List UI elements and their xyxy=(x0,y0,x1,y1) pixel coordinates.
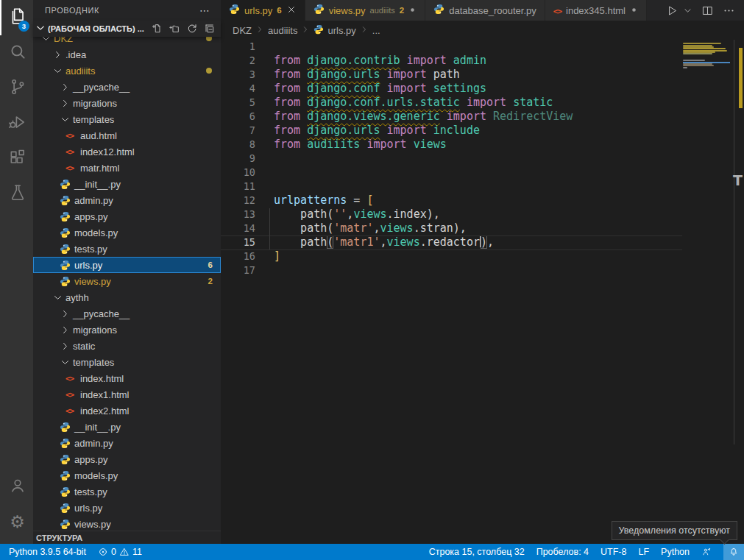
notifications-bell-item[interactable] xyxy=(723,544,744,560)
run-dropdown-icon[interactable] xyxy=(687,6,692,15)
activitybar-testing[interactable] xyxy=(0,177,33,212)
tree-item-migrations[interactable]: migrations xyxy=(33,95,221,111)
code-line-4[interactable]: 4from django.conf import settings xyxy=(221,82,744,96)
tree-item-urls.py[interactable]: urls.py6 xyxy=(33,257,221,273)
code-line-6[interactable]: 6from django.views.generic import Redire… xyxy=(221,110,744,124)
code-line-13[interactable]: 13 path('',views.index), xyxy=(221,208,744,221)
overview-ruler-warnings xyxy=(739,48,743,108)
tree-item-templates[interactable]: templates xyxy=(33,111,221,127)
tree-item-urls.py[interactable]: urls.py xyxy=(33,500,221,516)
tree-item-.idea[interactable]: .idea xyxy=(33,46,221,63)
code-line-8[interactable]: 8from audiiits import views xyxy=(221,138,744,152)
tree-item-label: .idea xyxy=(65,49,86,60)
tree-item-index12.html[interactable]: <>index12.html xyxy=(33,143,221,160)
tree-item-aud.html[interactable]: <>aud.html xyxy=(33,127,221,143)
problems-item[interactable]: 0 11 xyxy=(98,544,142,560)
language-mode-item[interactable]: Python xyxy=(661,544,690,560)
refresh-icon[interactable] xyxy=(185,22,199,35)
code-line-5[interactable]: 5from django.conf.urls.static import sta… xyxy=(221,96,744,110)
breadcrumb-item[interactable]: DKZ xyxy=(233,25,252,36)
tree-item-audiiits[interactable]: audiiits xyxy=(33,63,221,79)
code-line-14[interactable]: 14 path('matr',views.stran), xyxy=(221,221,744,235)
outline-section-header[interactable]: СТРУКТУРА xyxy=(33,531,221,544)
tab-urls.py[interactable]: urls.py6 xyxy=(221,0,305,21)
code-line-2[interactable]: 2from django.contrib import admin xyxy=(221,54,744,68)
bell-icon xyxy=(729,547,739,557)
tree-item-views.py[interactable]: views.py2 xyxy=(33,273,221,289)
code-line-12[interactable]: 12urlpatterns = [ xyxy=(221,194,744,208)
tree-item-index.html[interactable]: <>index.html xyxy=(33,370,221,386)
tab-index345.html[interactable]: <>index345.html xyxy=(545,0,647,21)
code-line-16[interactable]: 16] xyxy=(221,249,744,263)
encoding-item[interactable]: UTF-8 xyxy=(600,544,626,560)
breadcrumb-item[interactable]: audiiits xyxy=(268,25,297,36)
activitybar-extensions[interactable] xyxy=(0,141,33,177)
tree-item-__init__.py[interactable]: __init__.py xyxy=(33,176,221,192)
tree-item-templates[interactable]: templates xyxy=(33,354,221,370)
tree-item-tests.py[interactable]: tests.py xyxy=(33,241,221,257)
tree-item-label: templates xyxy=(73,114,114,125)
tree-item-admin.py[interactable]: admin.py xyxy=(33,435,221,451)
activitybar-settings[interactable]: ⚙ xyxy=(0,504,33,539)
tree-item-static[interactable]: static xyxy=(33,338,221,354)
code-line-9[interactable]: 9 xyxy=(221,152,744,166)
new-folder-icon[interactable] xyxy=(168,22,181,35)
tree-item-index2.html[interactable]: <>index2.html xyxy=(33,403,221,419)
line-number: 11 xyxy=(221,180,255,194)
code-line-7[interactable]: 7from django.urls import include xyxy=(221,124,744,138)
tree-item-__pycache__[interactable]: __pycache__ xyxy=(33,79,221,95)
code-line-17[interactable]: 17 xyxy=(221,263,744,277)
tree-item-__pycache__[interactable]: __pycache__ xyxy=(33,305,221,322)
tree-item-apps.py[interactable]: apps.py xyxy=(33,451,221,467)
indentation-item[interactable]: Пробелов: 4 xyxy=(536,544,589,560)
split-editor-button[interactable] xyxy=(701,4,714,17)
code-line-1[interactable]: 1 xyxy=(221,40,744,54)
close-icon[interactable] xyxy=(286,4,297,17)
eol-item[interactable]: LF xyxy=(638,544,649,560)
breadcrumb-item[interactable]: urls.py xyxy=(327,25,355,36)
tab-database_roouter.py[interactable]: database_roouter.py xyxy=(425,0,545,21)
new-file-icon[interactable] xyxy=(150,22,163,35)
activitybar-explorer[interactable]: 3 xyxy=(0,0,33,35)
tree-item-DKZ[interactable]: DKZ xyxy=(33,37,221,46)
tree-item-models.py[interactable]: models.py xyxy=(33,224,221,241)
more-actions-icon[interactable] xyxy=(723,4,735,17)
code-line-15[interactable]: 15 path('matr1',views.redactor), xyxy=(221,235,744,249)
line-number: 12 xyxy=(221,194,255,208)
python-interpreter-item[interactable]: Python 3.9.5 64-bit xyxy=(9,544,86,560)
line-number: 17 xyxy=(221,263,255,277)
code-line-3[interactable]: 3from django.urls import path xyxy=(221,68,744,82)
tree-item-label: admin.py xyxy=(74,195,113,206)
tree-item-index1.html[interactable]: <>index1.html xyxy=(33,386,221,403)
activitybar-run-debug[interactable] xyxy=(0,106,33,141)
tree-item-views.py[interactable]: views.py xyxy=(33,516,221,531)
tree-item-migrations[interactable]: migrations xyxy=(33,322,221,338)
code-editor[interactable]: 12from django.contrib import admin3from … xyxy=(221,40,744,544)
feedback-item[interactable] xyxy=(701,544,712,560)
minimap[interactable] xyxy=(683,41,731,144)
code-line-11[interactable]: 11 xyxy=(221,180,744,194)
python-icon xyxy=(313,4,325,17)
cursor-position-item[interactable]: Строка 15, столбец 32 xyxy=(429,544,525,560)
tab-views.py[interactable]: views.pyaudiiits2 xyxy=(305,0,426,21)
run-button[interactable] xyxy=(666,4,679,17)
activitybar-source-control[interactable] xyxy=(0,71,33,106)
tree-item-tests.py[interactable]: tests.py xyxy=(33,483,221,500)
tree-item-aythh[interactable]: aythh xyxy=(33,289,221,305)
py-file-icon xyxy=(60,519,74,530)
breadcrumb-item[interactable]: ... xyxy=(372,25,380,36)
tree-item-admin.py[interactable]: admin.py xyxy=(33,192,221,208)
code-line-10[interactable]: 10 xyxy=(221,166,744,180)
activitybar-search[interactable] xyxy=(0,35,33,71)
error-count: 0 xyxy=(111,547,116,557)
tree-item-models.py[interactable]: models.py xyxy=(33,467,221,483)
tree-item-matr.html[interactable]: <>matr.html xyxy=(33,160,221,176)
tree-item-apps.py[interactable]: apps.py xyxy=(33,208,221,224)
collapse-all-icon[interactable] xyxy=(203,22,216,35)
workspace-section-header[interactable]: (РАБОЧАЯ ОБЛАСТЬ) ... xyxy=(33,21,221,37)
more-actions-icon[interactable]: ⋯ xyxy=(199,4,210,16)
tree-item-label: views.py xyxy=(74,519,111,530)
status-bar-right: Строка 15, столбец 32 Пробелов: 4 UTF-8 … xyxy=(429,544,744,560)
tree-item-__init__.py[interactable]: __init__.py xyxy=(33,419,221,435)
activitybar-account[interactable] xyxy=(0,469,33,504)
